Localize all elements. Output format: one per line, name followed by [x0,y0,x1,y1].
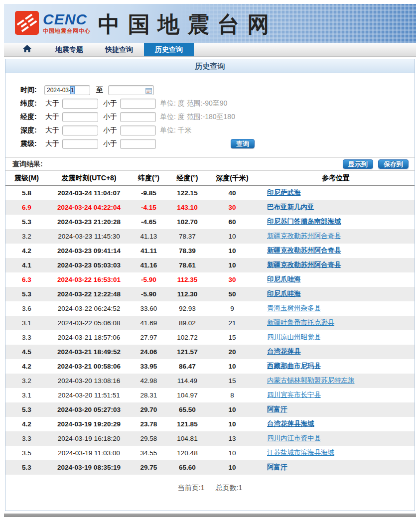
nav-item-history-query[interactable]: 历史查询 [144,43,194,56]
longitude-cell: 65.60 [167,460,207,475]
results-label: 查询结果: [12,160,338,169]
location-link[interactable]: 印尼爪哇海 [267,290,301,297]
location-link[interactable]: 新疆克孜勒苏州阿合奇县 [267,261,341,268]
site-header: CENC 中国地震台网中心 中国地震台网 [4,4,416,43]
latitude-min-input[interactable] [62,99,98,109]
location-link[interactable]: 内蒙古锡林郭勒盟苏尼特左旗 [267,377,355,384]
location-link[interactable]: 新疆克孜勒苏州阿合奇县 [267,247,341,254]
depth-cell: 15 [207,374,257,388]
magnitude-cell: 4.2 [5,359,48,374]
nav-bar: 地震专题 快捷查询 历史查询 [4,43,416,57]
depth-gt-label: 大于 [45,126,59,135]
form-row-depth: 深度: 大于 小于 单位: 千米 [20,124,415,137]
time-cell: 2024-03-22 16:53:01 [48,272,130,287]
magnitude-cell: 5.3 [5,287,48,301]
location-link[interactable]: 四川凉山州昭觉县 [267,333,321,341]
query-form: 时间: 2024-03-1 至 纬度: [5,73,415,157]
location-link[interactable]: 青海玉树州杂多县 [267,304,321,312]
magnitude-min-input[interactable] [62,139,98,149]
table-row: 6.3 2024-03-22 16:53:01 -5.90 112.35 30 … [5,272,415,287]
depth-cell: 10 [207,229,257,244]
time-cell: 2024-03-23 09:41:14 [48,244,130,258]
longitude-cell: 102.70 [167,215,207,229]
magnitude-cell: 3.2 [5,229,48,244]
table-row: 3.2 2024-03-23 11:45:30 41.13 78.37 10 新… [5,229,415,244]
location-link[interactable]: 江苏盐城市滨海县海域 [267,449,334,456]
time-start-input[interactable]: 2024-03-1 [44,85,90,95]
magnitude-cell: 3.2 [5,374,48,388]
magnitude-cell: 4.5 [5,345,48,359]
table-row: 3.2 2024-03-20 13:08:16 42.98 114.49 15 … [5,374,415,388]
location-cell: 印尼爪哇海 [257,287,415,301]
calendar-icon[interactable] [145,87,152,93]
location-link[interactable]: 巴布亚新几内亚 [267,203,314,211]
table-row: 3.1 2024-03-20 11:51:51 28.31 104.97 8 四… [5,388,415,402]
magnitude-cell: 5.8 [5,186,48,200]
location-link[interactable]: 四川内江市资中县 [267,434,321,442]
depth-cell: 21 [207,316,257,330]
longitude-max-input[interactable] [120,112,156,122]
longitude-min-input[interactable] [62,112,98,122]
query-button[interactable]: 查询 [231,139,255,148]
time-cell: 2024-03-21 18:57:06 [48,330,130,345]
location-link[interactable]: 四川宜宾市长宁县 [267,391,321,398]
nav-item-earthquake-topics[interactable]: 地震专题 [44,43,94,56]
table-header-row: 震级(M) 发震时刻(UTC+8) 纬度(°) 经度(°) 深度(千米) 参考位… [5,171,415,186]
time-cell: 2024-03-21 00:58:06 [48,359,130,374]
location-link[interactable]: 西藏那曲市尼玛县 [267,362,321,370]
show-to-button[interactable]: 显示到 [343,159,373,169]
time-cell: 2024-03-19 16:18:20 [48,431,130,446]
time-label: 时间: [20,86,44,95]
column-header-time: 发震时刻(UTC+8) [48,171,130,186]
table-row: 4.1 2024-03-23 05:03:03 41.16 78.61 10 新… [5,258,415,272]
latitude-max-input[interactable] [120,99,156,109]
magnitude-gt-label: 大于 [45,139,59,148]
depth-min-input[interactable] [62,126,98,135]
latitude-cell: 33.95 [130,359,167,374]
time-cell: 2024-03-22 05:06:08 [48,316,130,330]
latitude-label: 纬度: [20,99,44,108]
depth-cell: 30 [207,272,257,287]
results-table: 震级(M) 发震时刻(UTC+8) 纬度(°) 经度(°) 深度(千米) 参考位… [5,170,415,475]
longitude-cell: 121.57 [167,345,207,359]
location-link[interactable]: 新疆吐鲁番市托克逊县 [267,319,334,326]
depth-max-input[interactable] [120,126,156,135]
location-link[interactable]: 阿富汗 [267,405,287,413]
depth-cell: 13 [207,431,257,446]
column-header-magnitude: 震级(M) [5,171,48,186]
location-link[interactable]: 印尼苏门答腊岛南部海域 [267,218,341,225]
latitude-cell: 29.75 [130,460,167,475]
nav-item-quick-query[interactable]: 快捷查询 [94,43,144,56]
longitude-unit-text: 单位: 度 范围:-180至180 [160,113,235,122]
longitude-cell: 121.85 [167,417,207,431]
location-link[interactable]: 新疆克孜勒苏州阿合奇县 [267,232,341,240]
latitude-cell: 24.06 [130,345,167,359]
form-row-time: 时间: 2024-03-1 至 [20,83,415,97]
location-cell: 印尼苏门答腊岛南部海域 [257,215,415,229]
time-cell: 2024-03-20 13:08:16 [48,374,130,388]
pagination: 当前页:1 总页数:1 [5,475,415,505]
latitude-cell: -4.15 [130,200,167,215]
longitude-cell: 102.72 [167,330,207,345]
table-row: 5.8 2024-03-24 11:04:07 -9.85 122.15 40 … [5,186,415,200]
location-link[interactable]: 印尼萨武海 [267,189,301,196]
save-to-button[interactable]: 保存到 [378,159,409,169]
latitude-cell: 28.31 [130,388,167,402]
magnitude-cell: 6.9 [5,200,48,215]
location-cell: 印尼爪哇海 [257,272,415,287]
latitude-cell: 41.16 [130,258,167,272]
longitude-cell: 86.47 [167,359,207,374]
longitude-cell: 112.35 [167,272,207,287]
time-start-value: 2024-03- [47,87,71,94]
location-link[interactable]: 台湾花莲县海域 [267,420,314,427]
magnitude-cell: 4.2 [5,244,48,258]
table-row: 3.3 2024-03-19 16:18:20 29.58 104.81 13 … [5,431,415,446]
location-cell: 新疆吐鲁番市托克逊县 [257,316,415,330]
nav-home-button[interactable] [4,43,44,56]
location-link[interactable]: 阿富汗 [267,463,287,471]
location-link[interactable]: 台湾花莲县 [267,348,301,355]
location-link[interactable]: 印尼爪哇海 [267,275,301,283]
latitude-lt-label: 小于 [103,99,117,108]
magnitude-max-input[interactable] [120,139,156,149]
location-cell: 巴布亚新几内亚 [257,200,415,215]
